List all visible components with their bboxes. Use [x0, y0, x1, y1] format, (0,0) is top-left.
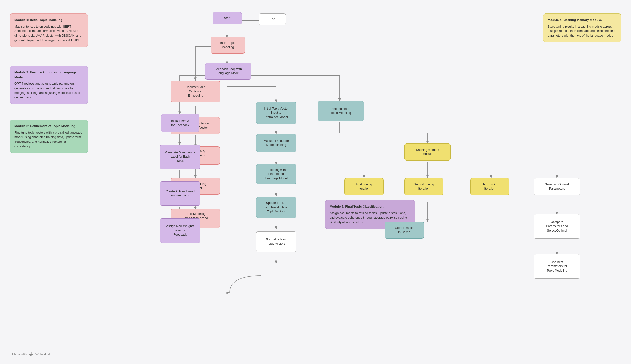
module3-box: Module 3: Refinement of Topic Modeling. …: [10, 120, 88, 153]
node-feedback-loop: Feedback Loop with Language Model: [205, 63, 251, 80]
node-caching-memory: Caching Memory Module: [404, 144, 451, 160]
node-encoding: Encoding with Fine-Tuned Language Model: [256, 164, 296, 184]
node-store-results: Store Results in Cache: [385, 222, 424, 238]
module1-box: Module 1: Initial Topic Modeling. Map se…: [10, 14, 88, 47]
module5-title: Module 5: Final Topic Classification.: [330, 204, 411, 209]
module2-title: Module 2: Feedback Loop with Language Mo…: [15, 70, 83, 80]
node-assign-weights: Assign New Weights based on Feedback: [160, 218, 200, 243]
module4-title: Module 4: Caching Memory Module.: [548, 18, 616, 22]
module4-body: Store tuning results in a caching module…: [548, 24, 616, 38]
module3-title: Module 3: Refinement of Topic Modeling.: [15, 124, 83, 128]
whimsical-icon: [29, 352, 34, 357]
node-initial-topic-modeling: Initial Topic Modeling: [211, 36, 245, 54]
whimsical-brand: Whimsical: [36, 352, 50, 356]
node-initial-prompt: Initial Prompt for Feedback: [161, 114, 199, 132]
node-initial-topic-vector: Initial Topic Vector Input to Pretrained…: [256, 102, 296, 124]
node-first-tuning: First Tuning Iteration: [344, 178, 383, 195]
node-normalize-new: Normalize New Topic Vectors: [256, 231, 296, 252]
node-start: Start: [213, 12, 242, 24]
node-compare-parameters: Compare Parameters and Select Optimal: [534, 214, 580, 238]
module1-body: Map sentences to embeddings with BERT-Se…: [15, 24, 83, 43]
footer: Made with Whimsical: [12, 352, 50, 357]
node-end: End: [259, 14, 286, 25]
node-third-tuning: Third Tuning Iteration: [470, 178, 509, 195]
module4-box: Module 4: Caching Memory Module. Store t…: [543, 14, 621, 42]
node-refinement: Refinement of Topic Modeling: [318, 101, 364, 121]
whimsical-logo: [29, 352, 34, 357]
canvas: Module 1: Initial Topic Modeling. Map se…: [0, 0, 631, 364]
made-with-text: Made with: [12, 352, 27, 356]
module3-body: Fine-tune topic vectors with a pretraine…: [15, 130, 83, 149]
node-use-best: Use Best Parameters for Topic Modeling: [534, 254, 580, 278]
module1-title: Module 1: Initial Topic Modeling.: [15, 18, 83, 22]
node-update-tfidf: Update TF-IDF and Recalculate Topic Vect…: [256, 197, 296, 218]
node-generate-summary: Generate Summary or Label for Each Topic: [160, 145, 200, 169]
module2-body: GPT-4 reviews and adjusts topic paramete…: [15, 82, 83, 100]
node-second-tuning: Second Tuning Iteration: [404, 178, 443, 195]
module2-box: Module 2: Feedback Loop with Language Mo…: [10, 66, 88, 104]
node-masked-language: Masked Language Model Training: [256, 134, 296, 152]
node-create-actions: Create Actions based on Feedback: [160, 181, 200, 206]
node-selecting-optimal: Selecting Optimal Parameters: [534, 178, 580, 195]
node-document-embedding: Document and Sentence Embedding: [171, 80, 220, 102]
